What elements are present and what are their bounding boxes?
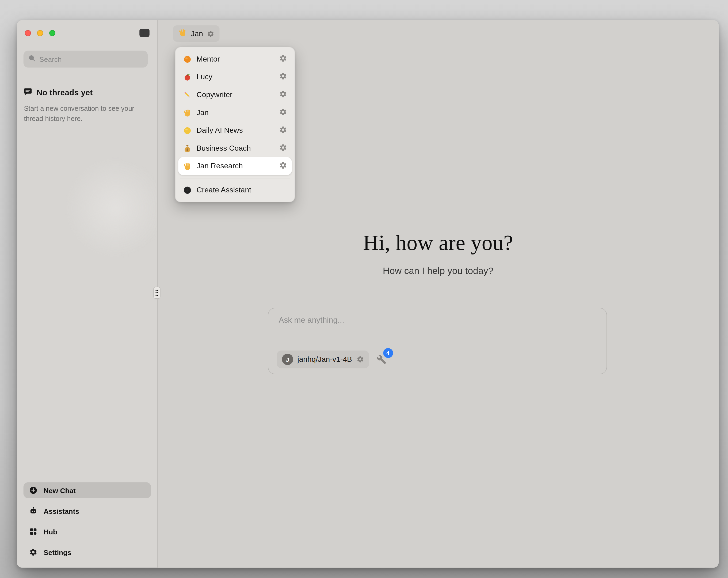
sidebar-item-label: New Chat bbox=[44, 486, 76, 494]
plus-circle-outline-icon bbox=[182, 185, 192, 195]
sidebar-item-label: Settings bbox=[44, 548, 72, 556]
welcome-block: Hi, how are you? How can I help you toda… bbox=[158, 230, 719, 276]
assistant-menu-item-business-coach[interactable]: $ Business Coach bbox=[178, 140, 292, 157]
sidebar-resize-handle[interactable] bbox=[153, 286, 160, 299]
sidebar-item-new-chat[interactable]: New Chat bbox=[24, 482, 151, 498]
tools-count-badge: 4 bbox=[383, 348, 393, 358]
assistant-selector-button[interactable]: Jan bbox=[173, 25, 219, 42]
gear-icon bbox=[29, 548, 38, 557]
empty-state: No threads yet Start a new conversation … bbox=[24, 87, 144, 124]
model-settings-gear-icon[interactable] bbox=[356, 356, 364, 363]
sidebar-item-label: Hub bbox=[44, 527, 57, 535]
assistant-menu-item-label: Business Coach bbox=[197, 144, 274, 153]
assistant-menu-item-label: Mentor bbox=[197, 55, 274, 64]
assistant-menu-item-label: Daily AI News bbox=[197, 126, 274, 135]
search-icon bbox=[28, 54, 35, 64]
greeting-title: Hi, how are you? bbox=[158, 230, 719, 255]
wave-hand-icon bbox=[182, 108, 192, 117]
assistant-menu-item-jan-research[interactable]: Jan Research bbox=[178, 157, 292, 175]
assistant-selector-label: Jan bbox=[191, 29, 203, 38]
menu-divider bbox=[180, 178, 290, 178]
assistant-settings-gear-icon[interactable] bbox=[278, 144, 288, 153]
wave-hand-icon bbox=[182, 161, 192, 171]
create-assistant-button[interactable]: Create Assistant bbox=[178, 181, 292, 199]
background-blur-blob bbox=[64, 156, 157, 259]
assistant-header-gear-icon[interactable] bbox=[207, 30, 214, 37]
assistant-icon bbox=[29, 507, 38, 515]
chat-composer[interactable]: J janhq/Jan-v1-4B 4 bbox=[268, 308, 607, 374]
titlebar bbox=[17, 20, 157, 46]
hub-grid-icon bbox=[29, 527, 38, 536]
app-window: No threads yet Start a new conversation … bbox=[17, 20, 719, 568]
chat-bubble-icon bbox=[24, 87, 32, 98]
assistant-menu-item-jan[interactable]: Jan bbox=[178, 104, 292, 122]
sidebar-item-label: Assistants bbox=[44, 507, 79, 515]
main-panel: Jan Mentor bbox=[157, 20, 719, 568]
sidebar-item-hub[interactable]: Hub bbox=[24, 524, 151, 540]
assistant-menu-item-label: Lucy bbox=[197, 73, 274, 81]
composer-toolbar: J janhq/Jan-v1-4B 4 bbox=[277, 351, 389, 369]
assistant-menu-item-label: Jan Research bbox=[197, 162, 274, 171]
assistant-settings-gear-icon[interactable] bbox=[278, 108, 288, 117]
tools-button[interactable]: 4 bbox=[376, 353, 389, 366]
sidebar-toggle-icon[interactable] bbox=[139, 29, 150, 39]
search-input[interactable] bbox=[39, 55, 143, 63]
assistant-menu-item-label: Copywriter bbox=[197, 91, 274, 99]
assistant-settings-gear-icon[interactable] bbox=[278, 126, 288, 135]
assistant-settings-gear-icon[interactable] bbox=[278, 72, 288, 82]
sidebar: No threads yet Start a new conversation … bbox=[17, 20, 157, 568]
assistant-settings-gear-icon[interactable] bbox=[278, 90, 288, 100]
empty-state-description: Start a new conversation to see your thr… bbox=[24, 103, 144, 124]
assistant-menu-item-copywriter[interactable]: Copywriter bbox=[178, 86, 292, 104]
search-field[interactable] bbox=[24, 51, 148, 68]
minimize-button[interactable] bbox=[37, 30, 43, 36]
model-selector-button[interactable]: J janhq/Jan-v1-4B bbox=[277, 351, 369, 369]
sidebar-nav: New Chat Assistants bbox=[24, 482, 151, 560]
assistant-menu-item-lucy[interactable]: Lucy bbox=[178, 68, 292, 86]
pencil-icon bbox=[182, 90, 192, 100]
assistant-menu-item-label: Jan bbox=[197, 108, 274, 117]
apple-icon bbox=[182, 72, 192, 82]
plus-circle-icon bbox=[29, 486, 38, 495]
money-bag-icon: $ bbox=[182, 144, 192, 153]
assistant-settings-gear-icon[interactable] bbox=[278, 54, 288, 64]
desktop: No threads yet Start a new conversation … bbox=[0, 0, 728, 578]
assistant-settings-gear-icon[interactable] bbox=[278, 161, 288, 171]
empty-state-title: No threads yet bbox=[37, 88, 93, 97]
model-avatar: J bbox=[282, 354, 293, 365]
orange-circle-icon bbox=[182, 54, 192, 64]
model-name: janhq/Jan-v1-4B bbox=[297, 355, 352, 364]
close-button[interactable] bbox=[25, 30, 31, 36]
wave-hand-icon bbox=[178, 28, 187, 39]
assistant-menu: Mentor Lucy bbox=[175, 47, 295, 202]
svg-text:$: $ bbox=[186, 148, 188, 151]
sidebar-item-settings[interactable]: Settings bbox=[24, 544, 151, 560]
create-assistant-label: Create Assistant bbox=[197, 186, 288, 194]
yellow-circle-icon bbox=[182, 126, 192, 135]
chat-input[interactable] bbox=[279, 316, 596, 325]
assistant-menu-item-daily-ai-news[interactable]: Daily AI News bbox=[178, 122, 292, 140]
sidebar-item-assistants[interactable]: Assistants bbox=[24, 503, 151, 519]
greeting-subtitle: How can I help you today? bbox=[158, 266, 719, 276]
assistant-menu-item-mentor[interactable]: Mentor bbox=[178, 50, 292, 68]
zoom-button[interactable] bbox=[49, 30, 55, 36]
window-controls bbox=[25, 30, 55, 36]
